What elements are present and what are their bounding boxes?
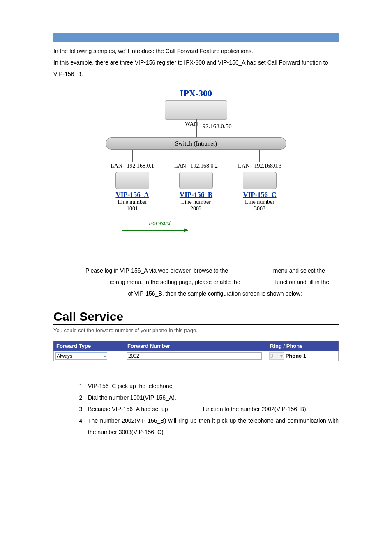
connector-line: [196, 119, 197, 137]
forward-number-input[interactable]: 2002: [127, 352, 262, 360]
cell-forward-number: 2002: [125, 351, 267, 361]
col-forward-type: Forward Type: [54, 341, 125, 351]
select-value: Always: [57, 353, 72, 359]
cell-ring-phone: 3 ▾ Phone 1: [267, 351, 339, 361]
lan-label: LAN: [174, 163, 186, 169]
wan-ip: 192.168.0.50: [199, 123, 232, 130]
switch-bar: Switch (Intranet): [106, 137, 286, 150]
list-item: Dial the number 1001(VIP-156_A),: [85, 392, 339, 403]
lan-ip: 192.168.0.2: [190, 163, 218, 169]
line-number-label: Line number: [231, 199, 288, 206]
device-b: LAN 192.168.0.2 VIP-156_B Line number 20…: [167, 150, 225, 212]
connector-line: [132, 150, 133, 162]
line-number: 1001: [104, 206, 161, 212]
table-header-row: Forward Type Forward Number Ring / Phone: [54, 341, 339, 351]
lan-row: LAN 192.168.0.2: [167, 163, 225, 169]
device-a: LAN 192.168.0.1 VIP-156_A Line number 10…: [104, 150, 161, 212]
forward-type-select[interactable]: Always ▾: [55, 352, 107, 360]
seg: function and fill in the: [274, 279, 329, 285]
document-page: In the following samples, we'll introduc…: [0, 0, 392, 468]
chevron-down-icon: ▾: [104, 354, 106, 358]
step-text: VIP-156_C pick up the telephone: [88, 383, 172, 389]
device-name: VIP-156_B: [167, 191, 225, 199]
bold: All Forward: [242, 279, 274, 285]
list-item: The number 2002(VIP-156_B) will ring up …: [85, 415, 339, 438]
seg: of VIP-156_B, then the sample configurat…: [127, 290, 302, 297]
device-c: LAN 192.168.0.3 VIP-156_C Line number 30…: [231, 150, 288, 212]
connector-line: [196, 150, 196, 162]
step-post: function to the number 2002(VIP-156_B): [201, 406, 306, 412]
diagram-title: IPX-300: [180, 88, 212, 99]
forward-table: Forward Type Forward Number Ring / Phone…: [53, 341, 339, 361]
call-service-title: Call Service: [53, 310, 339, 324]
divider: [53, 324, 339, 325]
intro-text: In the following samples, we'll introduc…: [53, 45, 339, 80]
phone-label: Phone 1: [286, 353, 307, 359]
bold: Name and URL: [85, 290, 127, 297]
test-scenario: VIP-156_C pick up the telephone Dial the…: [70, 380, 339, 438]
adapter-icon: [179, 172, 213, 189]
connector-line: [259, 150, 260, 162]
chevron-down-icon: ▾: [280, 353, 283, 359]
lan-label: LAN: [238, 163, 250, 169]
adapter-icon: [243, 172, 277, 189]
step-text: The number 2002(VIP-156_B) will ring up …: [88, 417, 339, 435]
forward-label: Forward: [149, 220, 171, 227]
line-number-label: Line number: [104, 199, 161, 206]
lan-label: LAN: [111, 163, 122, 169]
spacer: [53, 361, 339, 378]
input-value: 2002: [128, 353, 139, 359]
intro-line1: In the following samples, we'll introduc…: [53, 48, 253, 54]
device-name: VIP-156_A: [104, 191, 161, 199]
lan-row: LAN 192.168.0.3: [231, 163, 288, 169]
step-bold: All Forward: [169, 406, 201, 412]
forward-arrow-icon: [122, 230, 188, 231]
section-banner: [53, 33, 339, 42]
table-row: Always ▾ 2002 3 ▾ Phone 1: [54, 351, 339, 361]
step-text: Dial the number 1001(VIP-156_A),: [88, 394, 176, 401]
bold: Phone Settings: [230, 267, 272, 274]
step-pre: Because VIP-156_A had set up: [88, 406, 169, 412]
select-value: 3: [270, 353, 273, 359]
device-name: VIP-156_C: [231, 191, 288, 199]
adapter-icon: [115, 172, 149, 189]
seg: menu and select the: [272, 267, 327, 274]
list-item: Because VIP-156_A had set up All Forward…: [85, 403, 339, 415]
call-service-subtitle: You could set the forward number of your…: [53, 327, 339, 333]
ring-select[interactable]: 3 ▾: [269, 352, 284, 360]
network-diagram: IPX-300 WAN 192.168.0.50 Switch (Intrane…: [97, 88, 295, 252]
seg: config menu. In the setting page, please…: [108, 279, 242, 285]
col-forward-number: Forward Number: [125, 341, 267, 351]
intro-line2: In this example, there are three VIP-156…: [53, 59, 328, 77]
line-number: 2002: [167, 206, 225, 212]
router-icon: [165, 100, 227, 120]
line-number: 3003: [231, 206, 288, 212]
col-ring-phone: Ring / Phone: [267, 341, 339, 351]
seg: Please log in VIP-156_A via web browser,…: [85, 267, 230, 274]
lan-ip: 192.168.0.1: [127, 163, 154, 169]
line-number-label: Line number: [167, 199, 225, 206]
lan-ip: 192.168.0.3: [254, 163, 281, 169]
lan-row: LAN 192.168.0.1: [104, 163, 161, 169]
list-item: VIP-156_C pick up the telephone: [85, 380, 339, 392]
test-steps-list: VIP-156_C pick up the telephone Dial the…: [70, 380, 339, 438]
config-instructions: Please log in VIP-156_A via web browser,…: [85, 265, 339, 299]
cell-forward-type: Always ▾: [54, 351, 125, 361]
